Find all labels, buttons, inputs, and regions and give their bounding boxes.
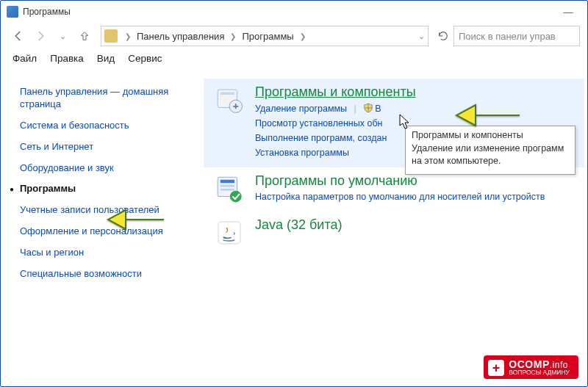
forward-button[interactable] bbox=[30, 26, 51, 46]
app-icon bbox=[7, 6, 18, 18]
back-button[interactable] bbox=[8, 26, 29, 46]
address-bar[interactable]: ❯ Панель управления ❯ Программы ❯ ⌄ bbox=[101, 26, 429, 46]
sidebar-item-user-accounts[interactable]: Учетные записи пользователей bbox=[20, 200, 199, 221]
watermark-sub: ВОПРОСЫ АДМИНУ bbox=[509, 369, 570, 376]
sidebar-item-clock-region[interactable]: Часы и регион bbox=[20, 242, 199, 264]
menu-file[interactable]: Файл bbox=[12, 53, 37, 64]
plus-icon: + bbox=[488, 360, 504, 376]
link-uninstall-program[interactable]: Удаление программы bbox=[255, 104, 347, 114]
svg-rect-6 bbox=[220, 189, 234, 191]
svg-rect-1 bbox=[220, 93, 234, 95]
sidebar-item-network-internet[interactable]: Сеть и Интернет bbox=[20, 137, 199, 158]
programs-features-icon bbox=[214, 84, 245, 115]
window-title: Программы bbox=[23, 7, 71, 17]
menubar: Файл Правка Вид Сервис bbox=[1, 49, 587, 68]
menu-edit[interactable]: Правка bbox=[50, 53, 84, 64]
minimize-button[interactable]: — bbox=[555, 3, 581, 21]
link-view-updates[interactable]: Просмотр установленных обн bbox=[255, 118, 382, 129]
link-default-programs-sub[interactable]: Настройка параметров по умолчанию для но… bbox=[255, 190, 577, 204]
titlebar: Программы — bbox=[1, 1, 587, 23]
search-input[interactable]: Поиск в панели управ bbox=[453, 26, 580, 46]
sidebar-item-home[interactable]: Панель управления — домашняя страница bbox=[20, 82, 199, 115]
shield-icon bbox=[363, 103, 373, 113]
sidebar-item-appearance[interactable]: Оформление и персонализация bbox=[20, 221, 199, 242]
link-windows-features[interactable]: В bbox=[375, 104, 381, 114]
link-install-program[interactable]: Установка программы bbox=[255, 148, 349, 158]
link-java[interactable]: Java (32 бита) bbox=[255, 217, 342, 234]
svg-rect-4 bbox=[220, 180, 234, 183]
breadcrumb-seg-control-panel[interactable]: Панель управления bbox=[135, 29, 226, 43]
chevron-right-icon: ❯ bbox=[121, 32, 135, 40]
content-area: Панель управления — домашняя страница Си… bbox=[1, 68, 587, 386]
dropdown-icon[interactable]: ⌄ bbox=[418, 32, 425, 41]
watermark: + OCOMP.info ВОПРОСЫ АДМИНУ bbox=[484, 355, 578, 379]
up-button[interactable] bbox=[74, 26, 95, 46]
recent-dropdown[interactable]: ⌄ bbox=[52, 26, 73, 46]
sidebar: Панель управления — домашняя страница Си… bbox=[1, 68, 204, 386]
sidebar-item-hardware-sound[interactable]: Оборудование и звук bbox=[20, 158, 199, 179]
default-programs-icon bbox=[214, 173, 245, 204]
tooltip-title: Программы и компоненты bbox=[412, 129, 569, 142]
breadcrumb-seg-programs[interactable]: Программы bbox=[240, 29, 295, 43]
tooltip-body: Удаление или изменение программ на этом … bbox=[412, 142, 569, 168]
menu-view[interactable]: Вид bbox=[97, 53, 115, 64]
sidebar-item-programs[interactable]: Программы bbox=[20, 178, 199, 200]
svg-point-7 bbox=[230, 191, 242, 203]
java-icon bbox=[214, 217, 245, 248]
link-default-programs[interactable]: Программы по умолчанию bbox=[255, 173, 417, 190]
tooltip: Программы и компоненты Удаление или изме… bbox=[405, 126, 576, 175]
sidebar-item-system-security[interactable]: Система и безопасность bbox=[20, 115, 199, 137]
navbar: ⌄ ❯ Панель управления ❯ Программы ❯ ⌄ По… bbox=[1, 23, 587, 49]
category-java: Java (32 бита) bbox=[204, 211, 584, 256]
menu-service[interactable]: Сервис bbox=[128, 53, 162, 64]
chevron-right-icon: ❯ bbox=[226, 32, 240, 40]
link-programs-features[interactable]: Программы и компоненты bbox=[255, 84, 416, 101]
link-run-programs[interactable]: Выполнение программ, создан bbox=[255, 133, 387, 143]
refresh-button[interactable] bbox=[434, 27, 452, 45]
sidebar-item-accessibility[interactable]: Специальные возможности bbox=[20, 264, 199, 285]
chevron-right-icon: ❯ bbox=[295, 32, 310, 40]
control-panel-icon bbox=[104, 29, 118, 43]
search-placeholder: Поиск в панели управ bbox=[459, 31, 556, 42]
svg-rect-5 bbox=[220, 185, 234, 187]
main-panel: Программы и компоненты Удаление программ… bbox=[204, 68, 587, 386]
